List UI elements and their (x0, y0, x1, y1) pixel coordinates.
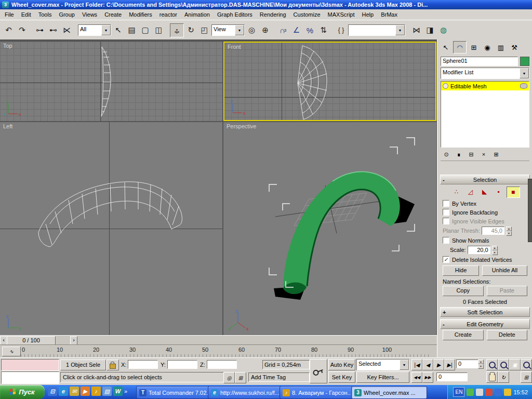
menu-create[interactable]: Create (101, 10, 125, 19)
tab-utilities[interactable]: ⚒ (508, 42, 521, 53)
bind-spacewarp-button[interactable]: ⋉ (60, 24, 73, 37)
frame-number-field[interactable]: 0 (436, 373, 468, 381)
menu-customize[interactable]: Customize (290, 10, 324, 19)
internet-explorer-icon[interactable]: e (59, 387, 68, 396)
viewport-perspective-label[interactable]: Perspective (227, 123, 256, 129)
mirror-button[interactable]: ⋈ (410, 24, 423, 37)
winamp-icon[interactable]: ♪ (91, 387, 101, 396)
remove-modifier-button[interactable]: × (478, 150, 489, 159)
zoom-region-button[interactable] (521, 359, 532, 370)
selection-filter-combobox[interactable]: All ▼ (78, 24, 111, 36)
go-to-start-button[interactable]: |◀ (411, 359, 422, 370)
spinner-snap-button[interactable]: ⇅ (317, 24, 330, 37)
snaps-toggle-button[interactable]: ∩3 (276, 24, 289, 37)
viewport-left[interactable]: Left z y (0, 122, 222, 335)
select-rotate-button[interactable]: ↻ (184, 24, 197, 37)
previous-key-button[interactable]: ◀◀ (411, 372, 422, 383)
transform-typein-button[interactable]: ⊞ (235, 372, 246, 383)
go-to-end-button[interactable]: ▶| (444, 359, 455, 370)
tab-display[interactable]: ▥ (495, 42, 507, 53)
face-mode-button[interactable]: ◣ (478, 187, 491, 197)
coord-system-combobox[interactable]: View ▼ (211, 24, 245, 36)
zoom-all-button[interactable] (498, 359, 509, 370)
y-coordinate-field[interactable] (167, 360, 197, 369)
percent-snap-button[interactable]: % (303, 24, 316, 37)
menu-group[interactable]: Group (55, 10, 78, 19)
hide-button[interactable]: Hide (443, 265, 479, 276)
key-filters-button[interactable]: Key Filters... (356, 371, 409, 383)
tab-hierarchy[interactable]: ⊞ (468, 42, 480, 53)
chevron-down-icon[interactable]: ▼ (235, 25, 244, 35)
time-back-arrow[interactable]: ‹ (0, 336, 7, 345)
tab-motion[interactable]: ◉ (481, 42, 494, 53)
menu-animation[interactable]: Animation (181, 10, 214, 19)
time-slider-track[interactable]: ‹ 0 / 100 › (0, 335, 437, 345)
network-tray-icon[interactable] (495, 389, 502, 396)
antivirus-tray-icon[interactable] (467, 389, 474, 396)
selection-region-button[interactable]: ▢ (139, 24, 152, 37)
menu-views[interactable]: Views (78, 10, 101, 19)
object-name-field[interactable]: Sphere01 (441, 57, 518, 66)
select-by-name-button[interactable]: ▤ (125, 24, 138, 37)
messenger-tray-icon[interactable] (485, 389, 493, 396)
open-mini-curve-editor-button[interactable]: ∿ (2, 347, 21, 356)
zoom-button[interactable] (486, 359, 498, 370)
viewport-top-label[interactable]: Top (3, 43, 12, 49)
zoom-extents-button[interactable]: ▣ (509, 359, 521, 370)
next-key-button[interactable]: ▶▶ (422, 372, 433, 383)
add-time-tag[interactable]: Add Time Tag (248, 373, 310, 382)
viewport-left-label[interactable]: Left (3, 123, 12, 129)
tab-modify[interactable]: ◠ (453, 41, 467, 54)
show-normals-checkbox[interactable] (443, 237, 449, 244)
copy-button[interactable]: Copy (443, 286, 484, 296)
taskbar-task-3dsmax[interactable]: 3 Wheel_cover.max ... (351, 386, 427, 399)
soft-selection-rollout-header[interactable]: + Soft Selection (440, 307, 530, 317)
set-key-button[interactable]: Set Key (328, 371, 355, 383)
window-crossing-button[interactable]: ◫ (152, 24, 165, 37)
chevron-down-icon[interactable]: ▼ (395, 25, 405, 35)
previous-frame-button[interactable]: ◀ (422, 359, 433, 370)
maxscript-listener-top[interactable] (1, 359, 59, 371)
menu-edit[interactable]: Edit (18, 10, 35, 19)
viewport-perspective[interactable]: Perspective (223, 122, 436, 335)
named-sets-combobox[interactable]: ▼ (348, 24, 405, 36)
delete-button[interactable]: Delete (487, 330, 528, 340)
show-desktop-icon[interactable]: ⊡ (48, 387, 57, 396)
use-center-button[interactable]: ◎ (245, 24, 258, 37)
menu-maxscript[interactable]: MAXScript (324, 10, 358, 19)
unhide-all-button[interactable]: Unhide All (482, 265, 527, 276)
menu-brmax[interactable]: BrMax (377, 10, 401, 19)
z-coordinate-field[interactable] (207, 360, 237, 369)
object-color-swatch[interactable] (520, 57, 529, 66)
volume-tray-icon[interactable] (476, 389, 483, 396)
start-button[interactable]: Пуск (0, 385, 45, 399)
polygon-mode-button[interactable]: ▪ (493, 187, 505, 197)
scale-spinner[interactable]: ▲▼ (492, 246, 498, 254)
time-slider-handle[interactable]: 0 / 100 (7, 336, 56, 345)
element-mode-button[interactable]: ■ (507, 187, 520, 198)
pan-button[interactable] (486, 371, 498, 383)
configure-modifier-sets-button[interactable]: ⊞ (490, 150, 502, 159)
key-mode-combobox[interactable]: Selected ▼ (356, 359, 409, 370)
by-vertex-checkbox[interactable] (443, 200, 449, 207)
menu-rendering[interactable]: Rendering (256, 10, 290, 19)
taskbar-task-winamp[interactable]: ♪ 8. Аквариум - Гарсон... (280, 386, 355, 399)
maxscript-listener-bottom[interactable] (1, 371, 59, 384)
select-move-button[interactable]: ↔↕ (170, 23, 184, 37)
set-keys-button[interactable] (310, 359, 327, 383)
scale-field[interactable]: 20,0 (468, 246, 490, 254)
modifier-stack[interactable]: Editable Mesh (441, 81, 529, 148)
modifier-list-combobox[interactable]: Modifier List ▼ (441, 68, 529, 79)
selection-rollout-header[interactable]: - Selection (440, 175, 530, 184)
clock[interactable]: 15:52 (513, 389, 528, 395)
play-button[interactable]: ▶ (433, 359, 444, 370)
chevron-down-icon[interactable]: ▼ (101, 25, 111, 35)
3dsmax-shortcut-icon[interactable]: W (113, 387, 123, 396)
menu-modifiers[interactable]: Modifiers (125, 10, 156, 19)
frame-spinner[interactable]: ▲▼ (478, 360, 484, 368)
lightbulb-icon[interactable] (443, 83, 448, 89)
unlink-button[interactable]: ⊷ (47, 24, 60, 37)
redo-button[interactable]: ↷ (16, 24, 29, 37)
menu-graph-editors[interactable]: Graph Editors (214, 10, 256, 19)
taskbar-task-total-commander[interactable]: T Total Commander 7.02... (136, 386, 212, 399)
